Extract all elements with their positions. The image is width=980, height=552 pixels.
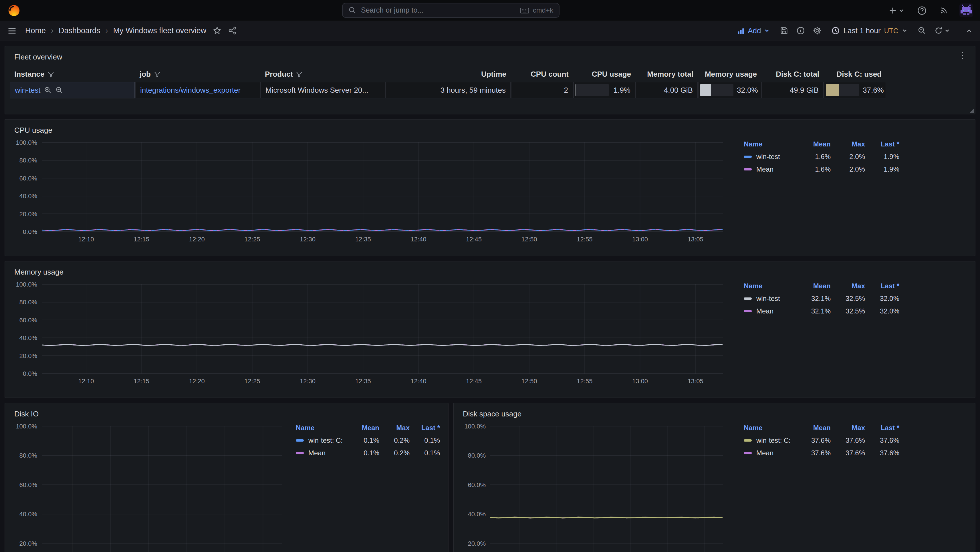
legend-header[interactable]: Name <box>296 424 349 432</box>
filter-icon[interactable] <box>154 71 161 78</box>
series-color-swatch <box>744 452 752 454</box>
column-header-instance[interactable]: Instance <box>10 66 135 82</box>
job-link[interactable]: integrations/windows_exporter <box>140 86 240 94</box>
bottom-panel-row: Disk IO 100.0%80.0%60.0%40.0%20.0%0.0%12… <box>5 403 975 552</box>
panel-fleet-overview: Fleet overview ⋮ Instance job Product Up… <box>5 46 975 115</box>
y-axis-label: 40.0% <box>19 511 37 518</box>
timezone-label: UTC <box>884 27 898 35</box>
legend-header-row: NameMeanMaxLast * <box>744 138 899 150</box>
y-axis-label: 60.0% <box>19 175 37 182</box>
legend-header[interactable]: Max <box>831 140 865 148</box>
legend-series-label[interactable]: win-test: C: <box>744 436 796 444</box>
legend-header[interactable]: Max <box>831 282 865 290</box>
add-button[interactable]: Add <box>733 24 773 37</box>
dashboard-insights-button[interactable] <box>795 25 807 37</box>
x-axis-label: 13:00 <box>632 377 648 385</box>
search-shortcut: cmd+k <box>520 6 553 14</box>
grafana-logo[interactable] <box>7 3 21 17</box>
legend-value: 1.6% <box>796 153 831 161</box>
legend-header[interactable]: Mean <box>349 424 379 432</box>
disk-space-usage-chart[interactable]: 100.0%80.0%60.0%40.0%20.0%0.0%12:1012:20… <box>458 420 730 552</box>
zoom-out-icon[interactable] <box>56 86 63 94</box>
legend-header[interactable]: Name <box>744 140 796 148</box>
panel-disk-space-usage: Disk space usage 100.0%80.0%60.0%40.0%20… <box>453 403 975 552</box>
legend-header[interactable]: Max <box>831 424 865 432</box>
breadcrumb-dashboards[interactable]: Dashboards <box>59 26 100 35</box>
user-avatar[interactable] <box>959 3 973 17</box>
legend-table: NameMeanMaxLast *win-test: C:0.1%0.2%0.1… <box>296 422 440 459</box>
cpu-usage-chart[interactable]: 100.0%80.0%60.0%40.0%20.0%0.0%12:1012:15… <box>10 137 730 247</box>
y-axis-label: 0.0% <box>23 228 37 235</box>
legend-series-label[interactable]: win-test <box>744 294 796 302</box>
legend-header[interactable]: Last * <box>410 424 440 432</box>
x-axis-label: 13:00 <box>632 235 648 243</box>
legend-header[interactable]: Mean <box>796 140 831 148</box>
share-dashboard-button[interactable] <box>226 25 238 37</box>
time-series-plot[interactable]: 100.0%80.0%60.0%40.0%20.0%0.0%12:1012:15… <box>10 278 730 388</box>
panel-title: Disk IO <box>10 408 443 420</box>
favorite-dashboard-button[interactable] <box>211 25 223 37</box>
memory-usage-chart[interactable]: 100.0%80.0%60.0%40.0%20.0%0.0%12:1012:15… <box>10 278 730 388</box>
disk-space-usage-legend: NameMeanMaxLast *win-test: C:37.6%37.6%3… <box>730 420 970 552</box>
cell-instance: win-test <box>10 82 135 99</box>
avatar-image <box>959 3 973 17</box>
filter-icon[interactable] <box>48 71 54 78</box>
dashboard-quick-actions <box>211 25 238 37</box>
news-button[interactable] <box>938 4 950 17</box>
mega-menu-button[interactable] <box>6 24 18 37</box>
legend-header[interactable]: Name <box>744 424 796 432</box>
column-header-product[interactable]: Product <box>260 66 386 82</box>
toolbar-divider <box>958 25 958 36</box>
time-series-plot[interactable]: 100.0%80.0%60.0%40.0%20.0%0.0%12:1012:20… <box>458 420 730 552</box>
help-button[interactable] <box>915 4 929 17</box>
column-header-memory-usage[interactable]: Memory usage <box>698 66 762 82</box>
legend-header[interactable]: Max <box>379 424 410 432</box>
time-series-plot[interactable]: 100.0%80.0%60.0%40.0%20.0%0.0%12:1012:20… <box>10 420 289 552</box>
column-header-disk-used[interactable]: Disk C: used <box>824 66 886 82</box>
y-axis-label: 20.0% <box>19 540 37 547</box>
instance-link[interactable]: win-test <box>15 86 41 94</box>
column-header-memory-total[interactable]: Memory total <box>636 66 698 82</box>
zoom-out-time-button[interactable] <box>916 25 928 37</box>
legend-series-label[interactable]: win-test <box>744 153 796 161</box>
column-header-cpu-usage[interactable]: CPU usage <box>573 66 636 82</box>
legend-series-label[interactable]: win-test: C: <box>296 436 349 444</box>
memory-usage-gauge <box>700 84 733 96</box>
legend-value: 32.5% <box>831 294 865 302</box>
disk-io-chart[interactable]: 100.0%80.0%60.0%40.0%20.0%0.0%12:1012:20… <box>10 420 289 552</box>
panel-resize-handle[interactable] <box>970 109 974 113</box>
legend-header[interactable]: Last * <box>865 424 899 432</box>
legend-header[interactable]: Mean <box>796 424 831 432</box>
breadcrumb-home[interactable]: Home <box>25 26 46 35</box>
legend-series-label[interactable]: Mean <box>744 165 796 173</box>
legend-series-label[interactable]: Mean <box>744 449 796 457</box>
column-header-disk-total[interactable]: Disk C: total <box>762 66 824 82</box>
x-axis-label: 12:50 <box>522 235 537 243</box>
column-header-uptime[interactable]: Uptime <box>386 66 511 82</box>
legend-header[interactable]: Mean <box>796 282 831 290</box>
column-header-job[interactable]: job <box>135 66 260 82</box>
legend-header[interactable]: Last * <box>865 140 899 148</box>
column-header-cpu-count[interactable]: CPU count <box>511 66 573 82</box>
filter-icon[interactable] <box>296 71 303 78</box>
panel-menu-button[interactable]: ⋮ <box>955 49 970 62</box>
x-axis-label: 12:25 <box>244 377 260 385</box>
cell-disk-used: 37.6% <box>824 82 886 99</box>
time-range-picker[interactable]: Last 1 hour UTC <box>828 24 912 37</box>
collapse-toolbar-button[interactable] <box>964 25 974 36</box>
time-series-plot[interactable]: 100.0%80.0%60.0%40.0%20.0%0.0%12:1012:15… <box>10 137 730 247</box>
gear-icon <box>813 26 822 35</box>
x-axis-label: 13:05 <box>688 377 703 385</box>
legend-series-label[interactable]: Mean <box>296 449 349 457</box>
y-axis-label: 80.0% <box>19 299 37 306</box>
legend-value: 1.6% <box>796 165 831 173</box>
new-menu-button[interactable] <box>887 4 906 16</box>
dashboard-settings-button[interactable] <box>811 25 824 37</box>
zoom-in-icon[interactable] <box>44 86 51 94</box>
search-input[interactable]: Search or jump to... cmd+k <box>342 3 560 18</box>
legend-header[interactable]: Name <box>744 282 796 290</box>
legend-series-label[interactable]: Mean <box>744 307 796 315</box>
refresh-button[interactable] <box>932 25 952 37</box>
legend-header[interactable]: Last * <box>865 282 899 290</box>
save-dashboard-button[interactable] <box>778 25 790 37</box>
